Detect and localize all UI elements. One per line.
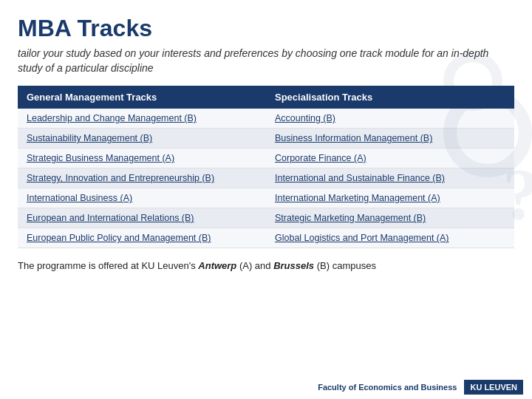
specialisation-track-cell[interactable]: Corporate Finance (A) — [266, 149, 514, 168]
footer-note-end: (B) campuses — [314, 260, 376, 271]
col-header-general: General Management Tracks — [18, 86, 266, 109]
footer-note-start: The programme is offered at KU Leuven's — [18, 260, 198, 271]
general-track-cell[interactable]: Leadership and Change Management (B) — [18, 109, 266, 129]
faculty-label: Faculty of Economics and Business — [318, 383, 457, 392]
tracks-table: General Management Tracks Specialisation… — [18, 86, 514, 248]
table-row: Leadership and Change Management (B)Acco… — [18, 109, 514, 129]
table-row: Strategic Business Management (A)Corpora… — [18, 149, 514, 168]
col-header-specialisation: Specialisation Tracks — [266, 86, 514, 109]
footer-antwerp: Antwerp — [198, 260, 236, 271]
page-title: MBA Tracks — [18, 15, 514, 42]
footer-brussels: Brussels — [273, 260, 314, 271]
general-track-cell[interactable]: Strategic Business Management (A) — [18, 149, 266, 168]
specialisation-track-cell[interactable]: International Marketing Management (A) — [266, 188, 514, 208]
specialisation-track-cell[interactable]: Accounting (B) — [266, 109, 514, 129]
footer-note-middle: (A) and — [236, 260, 273, 271]
table-row: Strategy, Innovation and Entrepreneurshi… — [18, 168, 514, 188]
page-wrapper: ? MBA Tracks tailor your study based on … — [0, 0, 532, 399]
specialisation-track-cell[interactable]: Strategic Marketing Management (B) — [266, 208, 514, 228]
specialisation-track-cell[interactable]: Business Information Management (B) — [266, 129, 514, 149]
general-track-cell[interactable]: European Public Policy and Management (B… — [18, 228, 266, 248]
general-track-cell[interactable]: International Business (A) — [18, 188, 266, 208]
page-subtitle: tailor your study based on your interest… — [18, 47, 514, 75]
table-row: European Public Policy and Management (B… — [18, 228, 514, 248]
bottom-bar: Faculty of Economics and Business KU LEU… — [0, 375, 532, 399]
table-row: International Business (A)International … — [18, 188, 514, 208]
general-track-cell[interactable]: Sustainability Management (B) — [18, 129, 266, 149]
specialisation-track-cell[interactable]: International and Sustainable Finance (B… — [266, 168, 514, 188]
table-row: Sustainability Management (B)Business In… — [18, 129, 514, 149]
general-track-cell[interactable]: European and International Relations (B) — [18, 208, 266, 228]
ku-leuven-badge: KU LEUVEN — [464, 380, 523, 395]
table-row: European and International Relations (B)… — [18, 208, 514, 228]
footer-note: The programme is offered at KU Leuven's … — [18, 260, 514, 271]
specialisation-track-cell[interactable]: Global Logistics and Port Management (A) — [266, 228, 514, 248]
general-track-cell[interactable]: Strategy, Innovation and Entrepreneurshi… — [18, 168, 266, 188]
